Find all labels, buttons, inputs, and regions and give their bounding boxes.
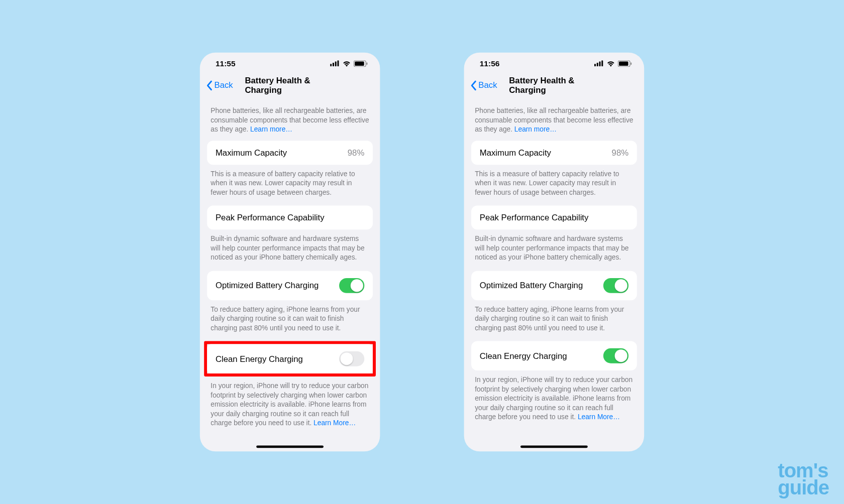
svg-rect-0 <box>330 64 332 66</box>
status-time: 11:55 <box>216 59 236 68</box>
max-capacity-desc: This is a measure of battery capacity re… <box>471 165 637 206</box>
max-capacity-row[interactable]: Maximum Capacity 98% <box>471 141 637 165</box>
clean-energy-desc: In your region, iPhone will try to reduc… <box>207 376 373 436</box>
svg-rect-10 <box>601 60 603 66</box>
optimized-charging-label: Optimized Battery Charging <box>480 281 583 290</box>
svg-rect-12 <box>619 61 628 65</box>
peak-performance-label: Peak Performance Capability <box>216 213 325 222</box>
peak-performance-row[interactable]: Peak Performance Capability <box>207 205 373 229</box>
optimized-charging-row: Optimized Battery Charging <box>471 271 637 300</box>
page-title: Battery Health & Charging <box>245 75 335 94</box>
settings-content: Phone batteries, like all rechargeable b… <box>464 96 645 452</box>
peak-performance-desc: Built-in dynamic software and hardware s… <box>471 229 637 271</box>
optimized-charging-label: Optimized Battery Charging <box>216 281 319 290</box>
max-capacity-row[interactable]: Maximum Capacity 98% <box>207 141 373 165</box>
peak-performance-row[interactable]: Peak Performance Capability <box>471 205 637 229</box>
status-bar: 11:55 <box>200 53 380 74</box>
home-indicator[interactable] <box>256 445 324 448</box>
page-title: Battery Health & Charging <box>509 75 599 94</box>
clean-energy-label: Clean Energy Charging <box>216 354 303 363</box>
svg-rect-2 <box>335 62 337 67</box>
max-capacity-value: 98% <box>612 148 628 157</box>
phone-screenshot: 11:55 Back Battery Health & Charging Pho… <box>200 53 380 452</box>
svg-rect-3 <box>338 60 339 66</box>
clean-energy-label: Clean Energy Charging <box>480 351 567 360</box>
nav-bar: Back Battery Health & Charging <box>200 74 380 96</box>
cellular-icon <box>594 60 604 66</box>
status-icons <box>594 60 632 67</box>
back-button[interactable]: Back <box>206 79 233 91</box>
home-indicator[interactable] <box>520 445 588 448</box>
clean-energy-toggle[interactable] <box>603 348 628 363</box>
clean-energy-desc: In your region, iPhone will try to reduc… <box>471 370 637 430</box>
svg-rect-5 <box>355 61 364 65</box>
learn-more-link[interactable]: Learn more… <box>250 125 292 133</box>
chevron-left-icon <box>470 80 477 91</box>
phone-screenshot: 11:56 Back Battery Health & Charging Pho… <box>464 53 645 452</box>
wifi-icon <box>606 60 615 67</box>
max-capacity-label: Maximum Capacity <box>480 148 551 157</box>
optimized-charging-toggle[interactable] <box>339 278 364 293</box>
peak-performance-desc: Built-in dynamic software and hardware s… <box>207 229 373 271</box>
optimized-charging-row: Optimized Battery Charging <box>207 271 373 300</box>
back-label: Back <box>478 80 497 90</box>
optimized-charging-toggle[interactable] <box>603 278 628 293</box>
highlight-box: Clean Energy Charging <box>204 341 376 377</box>
svg-rect-1 <box>333 63 334 66</box>
peak-performance-label: Peak Performance Capability <box>480 213 589 222</box>
intro-text: Phone batteries, like all rechargeable b… <box>471 96 637 141</box>
chevron-left-icon <box>206 80 213 91</box>
battery-icon <box>354 60 368 67</box>
optimized-charging-desc: To reduce battery aging, iPhone learns f… <box>207 300 373 341</box>
watermark-logo: tom's guide <box>778 462 829 496</box>
status-bar: 11:56 <box>464 53 645 74</box>
wifi-icon <box>342 60 351 67</box>
settings-content: Phone batteries, like all rechargeable b… <box>200 96 380 452</box>
svg-rect-9 <box>599 62 601 67</box>
cellular-icon <box>330 60 340 66</box>
back-label: Back <box>215 80 233 90</box>
status-time: 11:56 <box>480 59 500 68</box>
status-icons <box>330 60 368 67</box>
learn-more-link[interactable]: Learn more… <box>514 125 557 133</box>
svg-rect-7 <box>594 64 596 66</box>
svg-rect-6 <box>366 62 367 65</box>
svg-rect-13 <box>630 62 631 65</box>
battery-icon <box>618 60 632 67</box>
svg-rect-8 <box>597 63 598 66</box>
optimized-charging-desc: To reduce battery aging, iPhone learns f… <box>471 300 637 341</box>
nav-bar: Back Battery Health & Charging <box>464 74 645 96</box>
max-capacity-label: Maximum Capacity <box>216 148 287 157</box>
learn-more-link[interactable]: Learn More… <box>578 413 620 420</box>
back-button[interactable]: Back <box>470 79 497 91</box>
max-capacity-desc: This is a measure of battery capacity re… <box>207 165 373 206</box>
clean-energy-charging-row: Clean Energy Charging <box>471 341 637 371</box>
clean-energy-charging-row: Clean Energy Charging <box>207 344 373 374</box>
intro-text: Phone batteries, like all rechargeable b… <box>207 96 373 141</box>
clean-energy-toggle[interactable] <box>339 351 364 366</box>
max-capacity-value: 98% <box>348 148 364 157</box>
learn-more-link[interactable]: Learn More… <box>313 419 356 426</box>
